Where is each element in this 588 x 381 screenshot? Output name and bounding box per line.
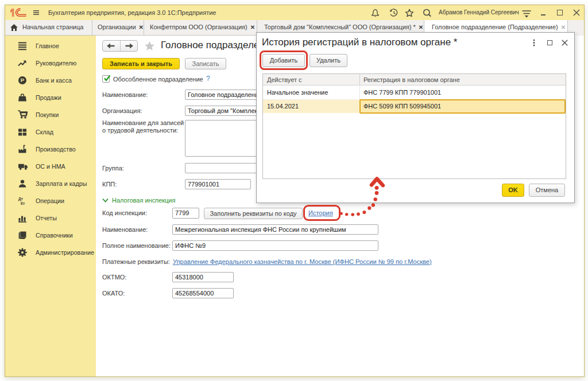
svg-text:Кт: Кт: [21, 201, 25, 205]
svg-text:P: P: [21, 77, 25, 83]
